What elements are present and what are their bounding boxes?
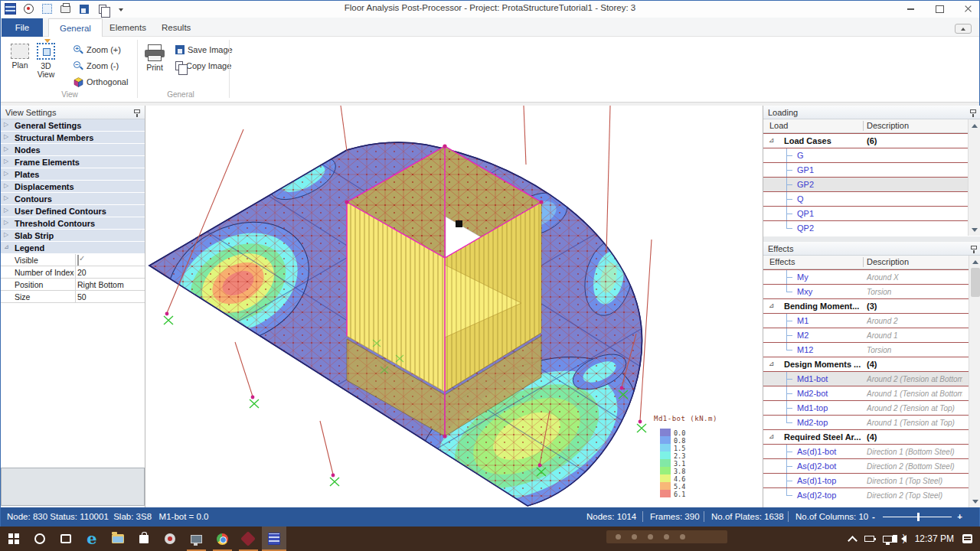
- loading-panel-title: Loading: [768, 108, 798, 117]
- model-viewport[interactable]: Md1-bot (kN.m) 0.0 0.8 1.5 2.3 3.1 3.8 4…: [146, 106, 761, 507]
- load-row-gp2-selected[interactable]: GP2: [763, 177, 968, 191]
- tree-item-displacements[interactable]: ▷Displacements: [1, 181, 145, 193]
- load-row-q[interactable]: Q: [763, 191, 968, 206]
- load-row-g[interactable]: G: [763, 148, 968, 162]
- position-value[interactable]: Right Bottom: [77, 280, 124, 289]
- save-image-button[interactable]: Save Image: [175, 43, 233, 57]
- scroll-down-icon[interactable]: [971, 226, 978, 233]
- close-button[interactable]: [962, 3, 975, 15]
- effect-row-asd2-top[interactable]: As(d)2-topDirection 2 (Top Steel): [763, 487, 969, 502]
- maximize-button[interactable]: [933, 3, 946, 15]
- scroll-up-icon[interactable]: [971, 122, 978, 129]
- cortana-button[interactable]: [30, 530, 50, 548]
- chrome-button[interactable]: [212, 530, 232, 548]
- scroll-down-icon[interactable]: [972, 497, 979, 505]
- effect-row-md2-top[interactable]: Md2-topAround 1 (Tension at Top): [763, 415, 969, 429]
- tab-file[interactable]: File: [2, 18, 43, 37]
- chrome-icon: [217, 533, 228, 545]
- tree-item-structural-members[interactable]: ▷Structural Members: [1, 132, 145, 144]
- print-button[interactable]: Print: [140, 41, 169, 90]
- task-view-button[interactable]: [56, 530, 76, 548]
- prota-app-button[interactable]: [238, 530, 258, 548]
- store-icon: [139, 535, 149, 543]
- snip-app-button[interactable]: [160, 530, 180, 548]
- tree-item-contours[interactable]: ▷Contours: [1, 193, 145, 205]
- contour-legend-title: Md1-bot (kN.m): [654, 415, 717, 422]
- volume-icon[interactable]: [901, 535, 906, 543]
- zoom-out-slider-icon[interactable]: -: [872, 512, 875, 521]
- scrollbar-thumb[interactable]: [971, 268, 980, 297]
- ribbon-collapse-button[interactable]: [955, 24, 972, 34]
- tab-general[interactable]: General: [48, 18, 103, 37]
- title-bar: Floor Analysis Post-Processor - Project:…: [1, 1, 979, 18]
- tree-item-user-defined-contours[interactable]: ▷User Defined Contours: [1, 205, 145, 217]
- tree-item-threshold-contours[interactable]: ▷Threshold Contours: [1, 217, 145, 230]
- clock[interactable]: 12:37 PM: [915, 533, 954, 544]
- zoom-slider-thumb[interactable]: [917, 513, 920, 521]
- tab-results[interactable]: Results: [151, 18, 201, 37]
- status-zoom-slider[interactable]: - +: [872, 512, 962, 522]
- scroll-up-icon[interactable]: [972, 258, 979, 266]
- network-icon[interactable]: [883, 536, 893, 543]
- effect-row-mxy[interactable]: MxyTorsion: [763, 284, 969, 298]
- effect-row-asd1-bot[interactable]: As(d)1-botDirection 1 (Bottom Steel): [763, 444, 969, 458]
- loading-panel: Loading Load Description ⊿ Load Cases (6…: [763, 106, 980, 236]
- tree-item-general-settings[interactable]: ▷General Settings: [1, 119, 145, 132]
- effect-row-m2[interactable]: M2Around 1: [763, 328, 969, 342]
- tree-item-slab-strip[interactable]: ▷Slab Strip: [1, 230, 145, 242]
- loading-scrollbar[interactable]: [968, 119, 980, 236]
- tree-item-plates[interactable]: ▷Plates: [1, 168, 145, 181]
- effect-row-asd1-top[interactable]: As(d)1-topDirection 1 (Top Steel): [763, 473, 969, 487]
- visible-checkbox[interactable]: [77, 255, 79, 266]
- active-app-button[interactable]: [262, 527, 286, 551]
- load-row-gp1[interactable]: GP1: [763, 162, 968, 177]
- print-icon: [145, 44, 165, 61]
- orthogonal-button[interactable]: Orthogonal: [74, 75, 128, 89]
- zoom-in-button[interactable]: + Zoom (+): [74, 43, 121, 57]
- tree-item-frame-elements[interactable]: ▷Frame Elements: [1, 156, 145, 168]
- pin-icon[interactable]: [971, 246, 977, 249]
- store-button[interactable]: [134, 530, 154, 548]
- effect-row-md1-bot-selected[interactable]: Md1-botAround 2 (Tension at Bottom): [763, 371, 969, 386]
- tray-expand-icon[interactable]: [848, 536, 858, 546]
- pin-icon[interactable]: [970, 109, 976, 113]
- notification-center-icon[interactable]: [962, 534, 972, 543]
- zoom-out-button[interactable]: − Zoom (-): [74, 59, 119, 73]
- copy-image-button[interactable]: Copy Image: [175, 59, 231, 73]
- load-row-qp2[interactable]: QP2: [763, 220, 968, 235]
- battery-icon[interactable]: [864, 536, 874, 542]
- status-left-text: Node: 830 Status: 110001 Slab: 3S8 M1-bo…: [7, 512, 209, 521]
- effect-row-m12[interactable]: M12Torsion: [763, 342, 969, 357]
- legend-swatch: [660, 459, 671, 467]
- effect-row-m1[interactable]: M1Around 2: [763, 313, 969, 328]
- monitor-app-button[interactable]: [186, 530, 206, 548]
- plan-icon: [11, 44, 29, 59]
- effect-row-my[interactable]: MyAround X: [763, 269, 969, 284]
- number-of-indexes-value[interactable]: 20: [77, 268, 87, 277]
- minimize-button[interactable]: [904, 3, 916, 15]
- start-button[interactable]: [4, 530, 24, 548]
- zoom-in-slider-icon[interactable]: +: [957, 512, 962, 521]
- prop-row-size: Size 50: [1, 291, 145, 303]
- effect-group-design-moments[interactable]: ⊿Design Moments ...(4): [763, 357, 969, 371]
- panel-splitter[interactable]: [763, 236, 980, 242]
- tree-item-legend[interactable]: ⊿Legend: [1, 242, 145, 254]
- tree-item-nodes[interactable]: ▷Nodes: [1, 144, 145, 156]
- effect-row-md2-bot[interactable]: Md2-botAround 1 (Tension at Bottom): [763, 386, 969, 400]
- 3d-view-button[interactable]: 3DView: [33, 41, 59, 90]
- effect-group-bending-moments[interactable]: ⊿Bending Moment...(3): [763, 298, 969, 313]
- effect-row-asd2-bot[interactable]: As(d)2-botDirection 2 (Bottom Steel): [763, 458, 969, 473]
- plan-button[interactable]: Plan: [7, 41, 33, 90]
- load-group-row[interactable]: ⊿ Load Cases (6): [763, 133, 968, 148]
- effect-row-md1-top[interactable]: Md1-topAround 2 (Tension at Top): [763, 400, 969, 415]
- window-title: Floor Analysis Post-Processor - Project:…: [1, 3, 979, 12]
- effects-scrollbar[interactable]: [969, 256, 980, 507]
- tab-elements[interactable]: Elements: [99, 18, 157, 37]
- size-value[interactable]: 50: [77, 292, 87, 302]
- load-row-qp1[interactable]: QP1: [763, 206, 968, 220]
- effect-group-required-steel[interactable]: ⊿Required Steel Ar...(4): [763, 429, 969, 444]
- file-explorer-button[interactable]: [108, 530, 128, 548]
- pin-icon[interactable]: [134, 109, 140, 113]
- zoom-in-icon: +: [74, 45, 83, 55]
- edge-button[interactable]: e: [82, 530, 102, 548]
